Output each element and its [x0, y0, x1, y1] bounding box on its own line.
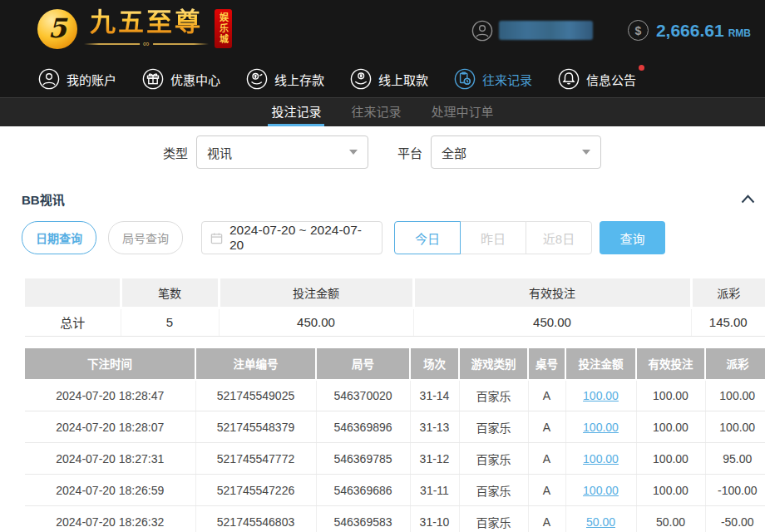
nav-item-announcements[interactable]: 信息公告	[558, 68, 636, 90]
cell-payout: -50.00	[705, 506, 765, 532]
summary-count: 5	[121, 308, 219, 336]
yesterday-button[interactable]: 昨日	[460, 221, 526, 254]
cell-slip-number: 521745549025	[195, 380, 316, 411]
account-area: $ 2,666.61 RMB	[471, 0, 751, 61]
summary-header-bet-amount: 投注金额	[219, 278, 413, 308]
filter-row: 类型 视讯 平台 全部	[0, 135, 765, 169]
cell-time: 2024-07-20 18:28:07	[25, 411, 195, 443]
round-query-button[interactable]: 局号查询	[108, 221, 183, 254]
nav-label: 信息公告	[586, 71, 636, 88]
main-nav: 我的账户 优惠中心 线上存款	[0, 61, 765, 97]
header-valid-bet: 有效投注	[636, 348, 705, 380]
header-bet-amount: 投注金额	[565, 348, 636, 380]
platform-filter-label: 平台	[397, 144, 422, 161]
top-header: 5 九五至尊 ∞ 娱乐城 $ 2,666.61 RMB	[0, 0, 765, 61]
bet-amount-link[interactable]: 100.00	[583, 452, 619, 466]
cell-round-number: 546370020	[316, 380, 410, 411]
type-select[interactable]: 视讯	[196, 135, 368, 169]
bet-amount-link[interactable]: 100.00	[583, 389, 619, 402]
cell-table-number: A	[528, 411, 565, 443]
tab-processing-orders[interactable]: 处理中订单	[430, 98, 496, 126]
dollar-circle-icon: $	[628, 20, 649, 41]
table-row: 2024-07-20 18:28:07 521745548379 5463698…	[25, 411, 765, 443]
cell-time: 2024-07-20 18:26:32	[25, 506, 195, 532]
date-query-button[interactable]: 日期查询	[22, 221, 96, 254]
nav-item-deposit[interactable]: 线上存款	[246, 68, 324, 90]
cell-slip-number: 521745547772	[195, 443, 316, 475]
header-bet-time: 下注时间	[25, 348, 195, 380]
nav-item-promotions[interactable]: 优惠中心	[142, 68, 220, 90]
cell-time: 2024-07-20 18:27:31	[25, 443, 195, 475]
brand-flourish: ∞	[84, 39, 209, 49]
platform-select[interactable]: 全部	[431, 135, 601, 169]
summary-header-row: 笔数 投注金额 有效投注 派彩	[25, 278, 765, 308]
nav-item-my-account[interactable]: 我的账户	[38, 68, 116, 90]
header-slip-number: 注单编号	[195, 348, 316, 380]
balance-amount: 2,666.61	[656, 21, 724, 41]
header-payout: 派彩	[705, 348, 765, 380]
nav-label: 我的账户	[67, 71, 116, 88]
nav-label: 线上存款	[274, 71, 324, 88]
cell-slip-number: 521745546803	[195, 506, 316, 532]
brand-badge: 娱乐城	[215, 9, 232, 48]
tab-bet-records[interactable]: 投注记录	[269, 98, 323, 126]
bell-icon	[558, 68, 580, 90]
header-table-number: 桌号	[528, 348, 565, 380]
nav-label: 线上取款	[378, 71, 428, 88]
bet-amount-link[interactable]: 100.00	[583, 484, 619, 497]
nav-item-transaction-records[interactable]: 往来记录	[454, 68, 532, 90]
date-range-value: 2024-07-20 ~ 2024-07-20	[230, 223, 375, 253]
tab-transaction-records[interactable]: 往来记录	[349, 98, 402, 126]
table-row: 2024-07-20 18:27:31 521745547772 5463697…	[25, 443, 765, 475]
cell-game-type: 百家乐	[459, 506, 528, 532]
user-icon	[38, 68, 60, 90]
date-range-input[interactable]: 2024-07-20 ~ 2024-07-20	[201, 221, 382, 254]
query-bar: 日期查询 局号查询 2024-07-20 ~ 2024-07-20 今日 昨日 …	[0, 221, 765, 254]
chevron-down-icon	[349, 150, 358, 155]
withdraw-coin-icon	[350, 68, 372, 90]
today-button[interactable]: 今日	[394, 221, 461, 254]
chevron-down-icon	[582, 150, 590, 155]
cell-game-type: 百家乐	[459, 475, 528, 506]
cell-game-type: 百家乐	[459, 443, 528, 475]
cell-session: 31-11	[410, 475, 459, 506]
header-game-type: 游戏类别	[459, 348, 528, 380]
cell-payout: 95.00	[705, 443, 765, 475]
bet-amount-link[interactable]: 100.00	[583, 421, 619, 434]
cell-session: 31-10	[410, 506, 459, 532]
last-8-days-button[interactable]: 近8日	[526, 221, 592, 254]
cell-payout: -100.00	[705, 475, 765, 506]
notification-dot	[639, 65, 644, 71]
summary-header-payout: 派彩	[691, 278, 765, 308]
cell-valid-bet: 100.00	[636, 443, 705, 475]
summary-payout: 145.00	[691, 308, 765, 336]
collapse-chevron-icon[interactable]	[741, 195, 755, 204]
table-row: 2024-07-20 18:26:59 521745547226 5463696…	[25, 475, 765, 506]
summary-total-label: 总计	[25, 308, 121, 336]
nav-label: 优惠中心	[170, 71, 220, 88]
table-row: 2024-07-20 18:26:32 521745546803 5463695…	[25, 506, 765, 532]
cell-valid-bet: 100.00	[636, 411, 705, 443]
cell-payout: 100.00	[705, 411, 765, 443]
cell-session: 31-14	[410, 380, 459, 411]
cell-session: 31-12	[410, 443, 459, 475]
summary-bet-amount: 450.00	[219, 308, 413, 336]
cell-time: 2024-07-20 18:26:59	[25, 475, 195, 506]
header-round-number: 局号	[316, 348, 410, 380]
username-redacted	[499, 21, 593, 40]
cell-valid-bet: 50.00	[636, 506, 705, 532]
logo-monogram: 5	[48, 12, 67, 44]
record-tabs: 投注记录 往来记录 处理中订单	[0, 97, 765, 126]
detail-table: 下注时间 注单编号 局号 场次 游戏类别 桌号 投注金额 有效投注 派彩 202…	[25, 348, 765, 532]
cell-session: 31-13	[410, 411, 459, 443]
cell-round-number: 546369896	[316, 411, 410, 443]
summary-header-empty	[25, 278, 121, 308]
cell-game-type: 百家乐	[459, 380, 528, 411]
nav-item-withdraw[interactable]: 线上取款	[350, 68, 428, 90]
calendar-icon	[210, 232, 223, 244]
brand-logo[interactable]: 5 九五至尊 ∞ 娱乐城	[37, 7, 232, 49]
bet-amount-link[interactable]: 50.00	[586, 515, 615, 529]
search-button[interactable]: 查询	[600, 221, 665, 254]
clipboard-clock-icon	[454, 68, 476, 90]
cell-slip-number: 521745548379	[195, 411, 316, 443]
